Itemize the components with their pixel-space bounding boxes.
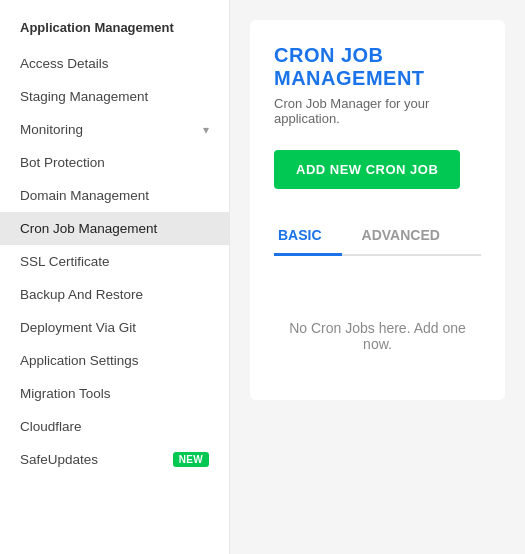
sidebar-item-monitoring[interactable]: Monitoring▾ (0, 113, 229, 146)
sidebar-item-label: SSL Certificate (20, 254, 110, 269)
sidebar-item-staging-management[interactable]: Staging Management (0, 80, 229, 113)
sidebar-item-backup-and-restore[interactable]: Backup And Restore (0, 278, 229, 311)
sidebar-item-label: Backup And Restore (20, 287, 143, 302)
sidebar-item-ssl-certificate[interactable]: SSL Certificate (0, 245, 229, 278)
sidebar-item-label: SafeUpdates (20, 452, 98, 467)
sidebar-item-deployment-via-git[interactable]: Deployment Via Git (0, 311, 229, 344)
sidebar-item-label: Bot Protection (20, 155, 105, 170)
sidebar-item-label: Access Details (20, 56, 109, 71)
sidebar-item-label: Deployment Via Git (20, 320, 136, 335)
tab-basic[interactable]: BASIC (274, 217, 342, 256)
sidebar-item-label: Monitoring (20, 122, 83, 137)
sidebar-item-safeupdates[interactable]: SafeUpdatesNEW (0, 443, 229, 476)
sidebar: Application Management Access DetailsSta… (0, 0, 230, 554)
page-title: CRON JOB MANAGEMENT (274, 44, 481, 90)
sidebar-item-label: Cloudflare (20, 419, 82, 434)
sidebar-item-bot-protection[interactable]: Bot Protection (0, 146, 229, 179)
sidebar-item-domain-management[interactable]: Domain Management (0, 179, 229, 212)
sidebar-title: Application Management (0, 16, 229, 47)
sidebar-item-migration-tools[interactable]: Migration Tools (0, 377, 229, 410)
new-badge: NEW (173, 452, 209, 467)
page-subtitle: Cron Job Manager for your application. (274, 96, 481, 126)
chevron-down-icon: ▾ (203, 123, 209, 137)
sidebar-item-label: Staging Management (20, 89, 148, 104)
sidebar-item-label: Domain Management (20, 188, 149, 203)
tab-advanced[interactable]: ADVANCED (358, 217, 460, 256)
sidebar-item-label: Application Settings (20, 353, 139, 368)
sidebar-item-application-settings[interactable]: Application Settings (0, 344, 229, 377)
sidebar-item-access-details[interactable]: Access Details (0, 47, 229, 80)
sidebar-item-label: Migration Tools (20, 386, 111, 401)
add-cron-job-button[interactable]: ADD NEW CRON JOB (274, 150, 460, 189)
tabs-container: BASICADVANCED (274, 217, 481, 256)
empty-state: No Cron Jobs here. Add one now. (274, 280, 481, 372)
main-content: CRON JOB MANAGEMENT Cron Job Manager for… (230, 0, 525, 554)
content-card: CRON JOB MANAGEMENT Cron Job Manager for… (250, 20, 505, 400)
sidebar-item-cron-job-management[interactable]: Cron Job Management (0, 212, 229, 245)
sidebar-item-cloudflare[interactable]: Cloudflare (0, 410, 229, 443)
sidebar-item-label: Cron Job Management (20, 221, 157, 236)
